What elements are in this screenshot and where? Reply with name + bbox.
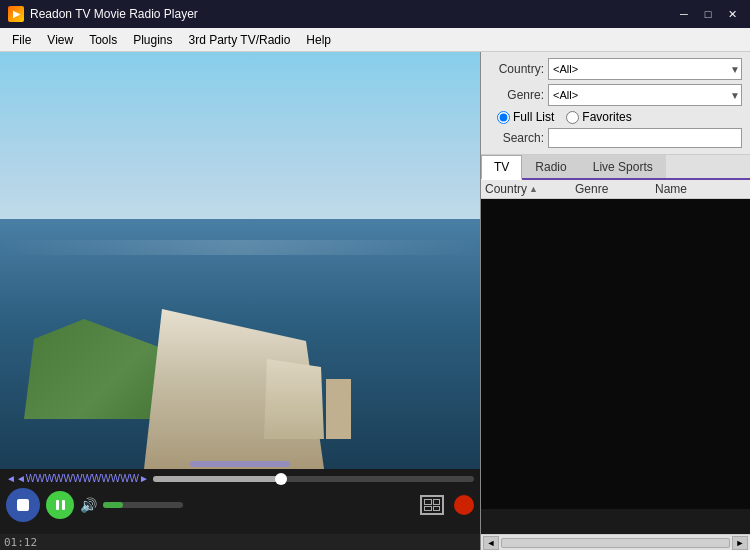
channel-list[interactable] (481, 199, 750, 534)
record-button[interactable] (454, 495, 474, 515)
channel-list-body (481, 199, 750, 509)
country-select[interactable]: <All> (548, 58, 742, 80)
volume-track[interactable] (103, 502, 183, 508)
menu-help[interactable]: Help (298, 31, 339, 49)
tabs-bar: TV Radio Live Sports (481, 155, 750, 180)
col-header-genre[interactable]: Genre (575, 182, 655, 196)
scroll-right-button[interactable]: ► (732, 536, 748, 550)
window-title: Readon TV Movie Radio Player (30, 7, 198, 21)
scroll-right-arrow-icon: ► (736, 538, 745, 548)
menu-view[interactable]: View (39, 31, 81, 49)
pause-button[interactable] (46, 491, 74, 519)
tab-radio[interactable]: Radio (522, 155, 579, 178)
scroll-left-button[interactable]: ◄ (483, 536, 499, 550)
app-icon: ▶ (8, 6, 24, 22)
title-bar: ▶ Readon TV Movie Radio Player ─ □ ✕ (0, 0, 750, 28)
favorites-label[interactable]: Favorites (566, 110, 631, 124)
country-filter-row: Country: <All> ▼ (489, 58, 742, 80)
cliff-stack (326, 379, 351, 439)
channel-list-header: Country ▲ Genre Name (481, 180, 750, 199)
search-input[interactable] (548, 128, 742, 148)
favorites-text: Favorites (582, 110, 631, 124)
main-content: ◄◄WWWWWWWWWWWW► 🔊 (0, 52, 750, 550)
cliff-arch (264, 359, 324, 439)
title-bar-controls[interactable]: ─ □ ✕ (674, 6, 742, 22)
fs-corner-3 (424, 506, 432, 512)
full-list-label[interactable]: Full List (497, 110, 554, 124)
close-button[interactable]: ✕ (722, 6, 742, 22)
stop-btn-visual (6, 488, 40, 522)
channel-indicator: ◄◄WWWWWWWWWWWW► (6, 473, 149, 484)
left-panel: ◄◄WWWWWWWWWWWW► 🔊 (0, 52, 480, 550)
menu-bar: File View Tools Plugins 3rd Party TV/Rad… (0, 28, 750, 52)
video-area[interactable] (0, 52, 480, 469)
fs-corner-4 (433, 506, 441, 512)
search-label: Search: (489, 131, 544, 145)
progress-track[interactable] (153, 476, 474, 482)
pause-bar-1 (56, 500, 59, 510)
stop-icon (17, 499, 29, 511)
video-scene (0, 52, 480, 469)
search-row: Search: (489, 128, 742, 148)
country-select-wrapper[interactable]: <All> ▼ (548, 58, 742, 80)
favorites-radio[interactable] (566, 111, 579, 124)
minimize-button[interactable]: ─ (674, 6, 694, 22)
scroll-left-arrow-icon: ◄ (487, 538, 496, 548)
bottom-bar: 01:12 (0, 534, 480, 550)
menu-file[interactable]: File (4, 31, 39, 49)
fullscreen-button[interactable] (420, 495, 444, 515)
right-scrollbar[interactable]: ◄ ► (481, 534, 750, 550)
menu-plugins[interactable]: Plugins (125, 31, 180, 49)
full-list-text: Full List (513, 110, 554, 124)
menu-tools[interactable]: Tools (81, 31, 125, 49)
menu-3rdparty[interactable]: 3rd Party TV/Radio (181, 31, 299, 49)
list-type-row: Full List Favorites (489, 110, 742, 124)
video-scrollbar (190, 461, 290, 467)
name-col-label: Name (655, 182, 687, 196)
country-sort-arrow: ▲ (529, 184, 538, 194)
pause-bar-2 (62, 500, 65, 510)
volume-fill (103, 502, 123, 508)
title-bar-left: ▶ Readon TV Movie Radio Player (8, 6, 198, 22)
genre-select[interactable]: <All> (548, 84, 742, 106)
tab-live-sports[interactable]: Live Sports (580, 155, 666, 178)
sky-element (0, 52, 480, 240)
filter-section: Country: <All> ▼ Genre: <All> ▼ (481, 52, 750, 155)
progress-bar-container: ◄◄WWWWWWWWWWWW► (6, 473, 474, 484)
volume-icon: 🔊 (80, 497, 97, 513)
genre-filter-row: Genre: <All> ▼ (489, 84, 742, 106)
col-header-country[interactable]: Country ▲ (485, 182, 575, 196)
progress-thumb[interactable] (275, 473, 287, 485)
controls-bar: ◄◄WWWWWWWWWWWW► 🔊 (0, 469, 480, 534)
sea-highlight (0, 240, 480, 255)
pause-btn-visual (46, 491, 74, 519)
scroll-track[interactable] (501, 538, 730, 548)
fs-corner-2 (433, 499, 441, 505)
time-display: 01:12 (4, 536, 37, 549)
genre-select-wrapper[interactable]: <All> ▼ (548, 84, 742, 106)
fs-corner-1 (424, 499, 432, 505)
maximize-button[interactable]: □ (698, 6, 718, 22)
controls-row: 🔊 (6, 488, 474, 522)
country-label: Country: (489, 62, 544, 76)
stop-button[interactable] (6, 488, 40, 522)
progress-fill (153, 476, 281, 482)
tab-tv[interactable]: TV (481, 155, 522, 180)
full-list-radio[interactable] (497, 111, 510, 124)
genre-col-label: Genre (575, 182, 608, 196)
right-panel: Country: <All> ▼ Genre: <All> ▼ (480, 52, 750, 550)
genre-label: Genre: (489, 88, 544, 102)
country-col-label: Country (485, 182, 527, 196)
col-header-name[interactable]: Name (655, 182, 746, 196)
